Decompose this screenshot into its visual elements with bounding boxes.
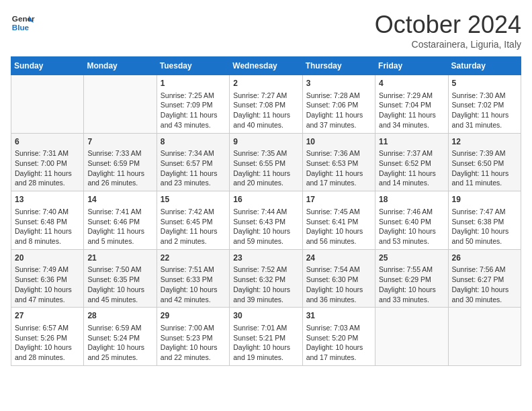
- calendar-week-row: 20Sunrise: 7:49 AMSunset: 6:36 PMDayligh…: [11, 249, 521, 308]
- page-header: General Blue October 2024 Costarainera, …: [11, 11, 521, 50]
- day-number: 20: [15, 253, 80, 264]
- day-number: 24: [306, 253, 371, 264]
- sunset: Sunset: 6:57 PM: [161, 159, 213, 167]
- sunrise: Sunrise: 7:30 AM: [452, 91, 506, 99]
- header-row: SundayMondayTuesdayWednesdayThursdayFrid…: [11, 57, 521, 75]
- sunset: Sunset: 6:52 PM: [379, 159, 431, 167]
- sunrise: Sunrise: 7:44 AM: [233, 208, 287, 216]
- calendar-cell: 17Sunrise: 7:45 AMSunset: 6:41 PMDayligh…: [302, 191, 375, 250]
- day-number: 11: [379, 136, 444, 148]
- calendar-cell: 25Sunrise: 7:55 AMSunset: 6:29 PMDayligh…: [375, 249, 448, 308]
- calendar-week-row: 1Sunrise: 7:25 AMSunset: 7:09 PMDaylight…: [11, 75, 521, 134]
- sunrise: Sunrise: 7:52 AM: [233, 265, 287, 273]
- logo: General Blue: [11, 11, 38, 35]
- calendar-cell: 13Sunrise: 7:40 AMSunset: 6:48 PMDayligh…: [11, 191, 84, 250]
- calendar-week-row: 27Sunrise: 6:57 AMSunset: 5:26 PMDayligh…: [11, 308, 521, 366]
- logo-icon: General Blue: [11, 11, 35, 35]
- sunset: Sunset: 6:53 PM: [306, 159, 359, 167]
- calendar-cell: 15Sunrise: 7:42 AMSunset: 6:45 PMDayligh…: [157, 191, 229, 250]
- sunset: Sunset: 6:29 PM: [379, 275, 431, 283]
- day-number: 6: [15, 136, 80, 148]
- sunrise: Sunrise: 7:55 AM: [379, 265, 433, 273]
- day-of-week-header: Saturday: [448, 57, 521, 75]
- day-number: 12: [452, 136, 517, 148]
- day-number: 5: [452, 78, 517, 89]
- day-number: 23: [233, 253, 298, 264]
- calendar-table: SundayMondayTuesdayWednesdayThursdayFrid…: [11, 56, 521, 366]
- daylight: Daylight: 10 hours and 25 minutes.: [87, 343, 144, 361]
- day-number: 25: [379, 253, 444, 264]
- sunrise: Sunrise: 7:34 AM: [161, 149, 214, 157]
- sunrise: Sunrise: 7:29 AM: [379, 91, 433, 99]
- day-of-week-header: Tuesday: [157, 57, 229, 75]
- daylight: Daylight: 10 hours and 47 minutes.: [15, 285, 72, 304]
- day-number: 26: [452, 253, 517, 264]
- daylight: Daylight: 11 hours and 26 minutes.: [87, 169, 144, 187]
- svg-text:Blue: Blue: [12, 23, 30, 32]
- day-number: 2: [233, 78, 298, 89]
- calendar-cell: 21Sunrise: 7:50 AMSunset: 6:35 PMDayligh…: [84, 249, 157, 308]
- calendar-cell: 7Sunrise: 7:33 AMSunset: 6:59 PMDaylight…: [84, 133, 157, 191]
- sunrise: Sunrise: 7:45 AM: [306, 208, 360, 216]
- sunrise: Sunrise: 7:50 AM: [87, 265, 141, 273]
- day-number: 18: [379, 194, 444, 205]
- calendar-cell: 24Sunrise: 7:54 AMSunset: 6:30 PMDayligh…: [302, 249, 375, 308]
- day-of-week-header: Thursday: [302, 57, 375, 75]
- sunrise: Sunrise: 7:47 AM: [452, 208, 506, 216]
- location: Costarainera, Liguria, Italy: [375, 39, 521, 50]
- daylight: Daylight: 11 hours and 5 minutes.: [87, 227, 144, 245]
- title-block: October 2024 Costarainera, Liguria, Ital…: [375, 11, 521, 50]
- day-number: 22: [161, 253, 226, 264]
- calendar-cell: 12Sunrise: 7:39 AMSunset: 6:50 PMDayligh…: [448, 133, 521, 191]
- sunrise: Sunrise: 7:42 AM: [161, 208, 214, 216]
- daylight: Daylight: 10 hours and 53 minutes.: [379, 227, 436, 245]
- calendar-cell: 20Sunrise: 7:49 AMSunset: 6:36 PMDayligh…: [11, 249, 84, 308]
- sunrise: Sunrise: 7:25 AM: [161, 91, 214, 99]
- sunset: Sunset: 6:33 PM: [161, 275, 213, 283]
- calendar-cell: 19Sunrise: 7:47 AMSunset: 6:38 PMDayligh…: [448, 191, 521, 250]
- sunrise: Sunrise: 7:49 AM: [15, 265, 69, 273]
- daylight: Daylight: 10 hours and 39 minutes.: [233, 285, 290, 304]
- day-number: 19: [452, 194, 517, 205]
- calendar-header: SundayMondayTuesdayWednesdayThursdayFrid…: [11, 57, 521, 75]
- day-number: 29: [161, 310, 226, 322]
- sunset: Sunset: 5:23 PM: [161, 334, 213, 342]
- sunset: Sunset: 7:09 PM: [161, 101, 213, 109]
- sunset: Sunset: 6:27 PM: [452, 275, 504, 283]
- daylight: Daylight: 11 hours and 40 minutes.: [233, 111, 290, 129]
- daylight: Daylight: 10 hours and 17 minutes.: [306, 343, 363, 361]
- calendar-cell: 14Sunrise: 7:41 AMSunset: 6:46 PMDayligh…: [84, 191, 157, 250]
- sunrise: Sunrise: 7:51 AM: [161, 265, 214, 273]
- day-number: 21: [87, 253, 152, 264]
- month-title: October 2024: [375, 11, 521, 39]
- daylight: Daylight: 11 hours and 43 minutes.: [161, 111, 218, 129]
- sunset: Sunset: 6:43 PM: [233, 218, 285, 226]
- daylight: Daylight: 11 hours and 37 minutes.: [306, 111, 363, 129]
- sunrise: Sunrise: 7:35 AM: [233, 149, 287, 157]
- sunset: Sunset: 6:41 PM: [306, 218, 359, 226]
- sunrise: Sunrise: 7:28 AM: [306, 91, 360, 99]
- daylight: Daylight: 11 hours and 28 minutes.: [15, 169, 72, 187]
- daylight: Daylight: 11 hours and 14 minutes.: [379, 169, 436, 187]
- sunrise: Sunrise: 7:36 AM: [306, 149, 360, 157]
- sunset: Sunset: 6:36 PM: [15, 275, 67, 283]
- sunrise: Sunrise: 7:31 AM: [15, 149, 69, 157]
- sunset: Sunset: 5:21 PM: [233, 334, 285, 342]
- sunrise: Sunrise: 7:03 AM: [306, 324, 360, 332]
- day-number: 30: [233, 310, 298, 322]
- sunset: Sunset: 7:00 PM: [15, 159, 67, 167]
- sunset: Sunset: 7:02 PM: [452, 101, 504, 109]
- day-of-week-header: Monday: [84, 57, 157, 75]
- daylight: Daylight: 10 hours and 36 minutes.: [306, 285, 363, 304]
- calendar-cell: 6Sunrise: 7:31 AMSunset: 7:00 PMDaylight…: [11, 133, 84, 191]
- day-number: 10: [306, 136, 371, 148]
- day-number: 3: [306, 78, 371, 89]
- calendar-cell: [84, 75, 157, 134]
- daylight: Daylight: 11 hours and 2 minutes.: [161, 227, 218, 245]
- day-number: 15: [161, 194, 226, 205]
- sunset: Sunset: 5:20 PM: [306, 334, 359, 342]
- daylight: Daylight: 10 hours and 19 minutes.: [233, 343, 290, 361]
- calendar-cell: [375, 308, 448, 366]
- daylight: Daylight: 10 hours and 28 minutes.: [15, 343, 72, 361]
- daylight: Daylight: 11 hours and 20 minutes.: [233, 169, 290, 187]
